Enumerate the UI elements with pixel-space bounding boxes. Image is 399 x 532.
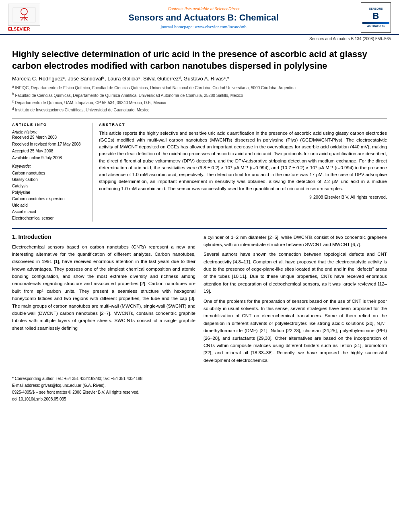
elsevier-text: ELSEVIER (8, 27, 30, 31)
affiliation-c: c Departamento de Química, UAM-Iztapalap… (12, 99, 387, 106)
abstract-heading: ABSTRACT (99, 123, 387, 127)
citation-line: Sensors and Actuators B 134 (2008) 559–5… (0, 35, 399, 42)
copyright-notice: © 2008 Elsevier B.V. All rights reserved… (99, 195, 387, 199)
keyword-list: Carbon nanotubes Glassy carbon Catalysis… (12, 170, 87, 222)
sciencedirect-line: Contents lists available at ScienceDirec… (60, 6, 347, 11)
svg-line-5 (24, 17, 27, 21)
keyword-2: Glassy carbon (12, 177, 87, 183)
available-date: Available online 9 July 2008 (12, 156, 87, 160)
history-label: Article history: (12, 130, 87, 134)
received-date: Received 29 March 2008 (12, 135, 87, 140)
accepted-date: Accepted 25 May 2008 (12, 149, 87, 153)
affiliation-b: b Facultad de Ciencias Químicas, Departa… (12, 92, 387, 99)
intro-left-column: 1. Introduction Electrochemical sensors … (12, 234, 195, 367)
article-title: Highly selective determination of uric a… (12, 49, 387, 72)
elsevier-logo-box (8, 4, 40, 26)
introduction-section: 1. Introduction Electrochemical sensors … (12, 234, 387, 367)
authors-line: Marcela C. Rodríguezᵃ, José Sandovalᵇ, L… (12, 76, 387, 82)
sensors-logo-box: SENSORS B ACTUATORS (361, 2, 391, 33)
keyword-6: Uric acid (12, 202, 87, 209)
journal-header: ELSEVIER Contents lists available at Sci… (0, 0, 399, 35)
email-footnote: E-mail address: grivas@fcq.unc.edu.ar (G… (12, 382, 387, 388)
journal-title-section: Contents lists available at ScienceDirec… (56, 6, 351, 29)
affiliation-d: d Instituto de Investigaciones Científic… (12, 106, 387, 113)
keyword-3: Catalysis (12, 183, 87, 189)
intro-heading: 1. Introduction (12, 234, 195, 240)
article-body: ARTICLE INFO Article history: Received 2… (12, 123, 387, 222)
svg-point-1 (21, 8, 27, 15)
issn-line: 0925-4005/$ – see front matter © 2008 El… (12, 389, 387, 395)
affiliation-a: a INFIQC, Departamento de Físico Química… (12, 84, 387, 91)
section-divider (12, 228, 387, 229)
keyword-5: Carbon nanotubes dispersion (12, 196, 87, 202)
keywords-label: Keywords: (12, 164, 87, 168)
journal-main-title: Sensors and Actuators B: Chemical (60, 12, 347, 23)
intro-right-text: a cylinder of 1–2 nm diameter [2–5], whi… (204, 234, 387, 364)
keyword-8: Electrochemical sensor (12, 215, 87, 222)
affiliations: a INFIQC, Departamento de Físico Química… (12, 84, 387, 113)
keyword-7: Ascorbic acid (12, 209, 87, 215)
article-info-heading: ARTICLE INFO (12, 123, 87, 127)
sensors-logo-section: SENSORS B ACTUATORS (351, 2, 391, 33)
keyword-1: Carbon nanotubes (12, 170, 87, 177)
svg-line-4 (21, 17, 24, 21)
intro-right-column: a cylinder of 1–2 nm diameter [2–5], whi… (204, 234, 387, 367)
intro-left-text: Electrochemical sensors based on carbon … (12, 243, 195, 332)
abstract-text: This article reports the highly selectiv… (99, 130, 387, 192)
elsevier-logo-section: ELSEVIER (8, 4, 56, 31)
article-info-column: ARTICLE INFO Article history: Received 2… (12, 123, 93, 222)
abstract-section: ABSTRACT This article reports the highly… (99, 123, 387, 222)
doi-line: doi:10.1016/j.snb.2008.05.035 (12, 396, 387, 402)
corresponding-author: * Corresponding author. Tel.: +54 351 43… (12, 376, 387, 382)
header-divider (12, 118, 387, 119)
footnote-area: * Corresponding author. Tel.: +54 351 43… (12, 373, 387, 402)
journal-homepage: journal homepage: www.elsevier.com/locat… (60, 24, 347, 29)
keyword-4: Polylysine (12, 189, 87, 196)
received-revised-date: Received in revised form 17 May 2008 (12, 142, 87, 146)
